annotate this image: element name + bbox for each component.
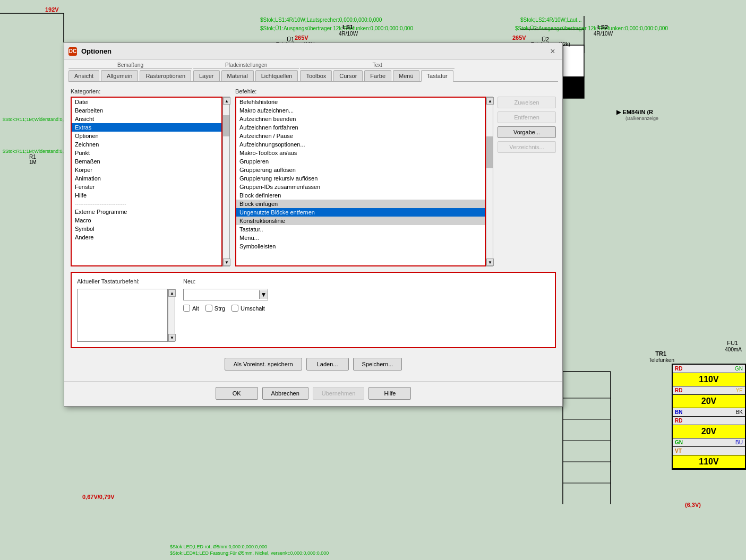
new-binding-input-row: ▼: [183, 289, 550, 300]
categories-listbox[interactable]: Datei Bearbeiten Ansicht Extras Optionen…: [71, 97, 222, 266]
tab-cursor[interactable]: Cursor: [333, 70, 363, 81]
hilfe-button[interactable]: Hilfe: [368, 387, 411, 400]
category-optionen[interactable]: Optionen: [72, 132, 221, 140]
cmd-menue[interactable]: Menü...: [236, 234, 485, 242]
cmd-scroll-down[interactable]: ▼: [486, 259, 494, 266]
current-binding-scrollbar[interactable]: ▲ ▼: [168, 289, 175, 342]
alt-label: Alt: [192, 305, 199, 312]
commands-label: Befehle:: [235, 88, 556, 94]
ls2-label: LS2: [597, 24, 608, 30]
speichern-button[interactable]: Speichern...: [353, 358, 402, 371]
cmd-gruppierung-rekursiv[interactable]: Gruppierung rekursiv auflösen: [236, 174, 485, 183]
category-macro[interactable]: Macro: [72, 216, 221, 225]
bemasssung-tabs: Ansicht Allgemein Rasteroptionen: [68, 69, 192, 81]
close-button[interactable]: ×: [547, 46, 558, 57]
alt-checkbox[interactable]: [183, 305, 190, 312]
tab-allgemein[interactable]: Allgemein: [101, 70, 138, 81]
commands-scrollbar[interactable]: ▲ ▼: [486, 97, 493, 266]
dropdown-arrow-icon[interactable]: ▼: [259, 290, 268, 299]
scrollbar-track: [223, 105, 229, 259]
scroll-up-arrow[interactable]: ▲: [223, 97, 230, 105]
new-binding-dropdown[interactable]: ▼: [183, 289, 268, 300]
tab-ansicht[interactable]: Ansicht: [68, 70, 99, 81]
umschalt-checkbox[interactable]: [231, 305, 238, 312]
category-symbol[interactable]: Symbol: [72, 225, 221, 233]
ok-button[interactable]: OK: [216, 387, 258, 400]
category-extras[interactable]: Extras: [72, 123, 221, 132]
alt-checkbox-label[interactable]: Alt: [183, 305, 199, 312]
cmd-block-definieren[interactable]: Block definieren: [236, 191, 485, 200]
category-hilfe[interactable]: Hilfe: [72, 191, 221, 200]
abbrechen-button[interactable]: Abbrechen: [262, 387, 308, 400]
voltage-63v-label: (6,3V): [685, 502, 701, 508]
cmd-befehlshistorie[interactable]: Befehlshistorie: [236, 98, 485, 106]
commands-listbox[interactable]: Befehlshistorie Makro aufzeichnen... Auf…: [235, 97, 486, 266]
new-binding-field[interactable]: [186, 291, 259, 298]
category-zeichnen[interactable]: Zeichnen: [72, 140, 221, 149]
laden-button[interactable]: Laden...: [306, 358, 349, 371]
cmd-scroll-up[interactable]: ▲: [486, 97, 494, 105]
umschalt-checkbox-label[interactable]: Umschalt: [231, 305, 265, 312]
tab-tastatur[interactable]: Tastatur: [421, 70, 453, 82]
dialog-content: Kategorien: Datei Bearbeiten Ansicht Ext…: [64, 82, 562, 381]
svg-rect-4: [563, 45, 584, 77]
cmd-block-einfuegen[interactable]: Block einfügen: [236, 200, 485, 208]
cmd-gruppierung-aufloesen[interactable]: Gruppierung auflösen: [236, 166, 485, 174]
cmd-aufzeichnen-fortfahren[interactable]: Aufzeichnen fortfahren: [236, 123, 485, 132]
category-animation[interactable]: Animation: [72, 174, 221, 183]
tab-lichtquellen[interactable]: Lichtquellen: [255, 70, 298, 81]
cmd-ungenutzte-bloecke[interactable]: Ungenutzte Blöcke entfernen: [236, 208, 485, 217]
cmd-symbolleisten[interactable]: Symbolleisten: [236, 242, 485, 251]
category-fenster[interactable]: Fenster: [72, 183, 221, 191]
cmd-aufzeichnungsoptionen[interactable]: Aufzeichnungsoptionen...: [236, 140, 485, 149]
cmd-gruppieren[interactable]: Gruppieren: [236, 157, 485, 166]
cmd-gruppen-ids[interactable]: Gruppen-IDs zusammenfassen: [236, 183, 485, 191]
category-bemassen[interactable]: Bemaßen: [72, 157, 221, 166]
binding-scroll-up[interactable]: ▲: [168, 289, 176, 297]
cmd-makro-toolbox[interactable]: Makro-Toolbox an/aus: [236, 149, 485, 157]
tab-farbe[interactable]: Farbe: [364, 70, 391, 81]
cmd-aufzeichnen-beenden[interactable]: Aufzeichnen beenden: [236, 115, 485, 123]
categories-scrollbar[interactable]: ▲ ▼: [222, 97, 230, 266]
binding-scroll-down[interactable]: ▼: [168, 334, 176, 341]
als-voreinst-button[interactable]: Als Voreinst. speichern: [225, 358, 302, 371]
category-punkt[interactable]: Punkt: [72, 149, 221, 157]
cmd-tastatur[interactable]: Tastatur..: [236, 225, 485, 234]
uebernehmen-button[interactable]: Übernehmen: [313, 387, 365, 400]
tab-rasteroptionen[interactable]: Rasteroptionen: [140, 70, 191, 81]
category-ansicht[interactable]: Ansicht: [72, 115, 221, 123]
u1-info: $Stok;Ü1:Ausgangsübertrager 12k;Telefunk…: [260, 25, 413, 31]
vorgabe-button[interactable]: Vorgabe...: [498, 126, 556, 138]
scroll-down-arrow[interactable]: ▼: [223, 259, 230, 266]
category-bearbeiten[interactable]: Bearbeiten: [72, 106, 221, 115]
strg-label: Strg: [215, 305, 225, 312]
bemasssung-label: Bemaßung: [68, 62, 192, 69]
entfernen-button[interactable]: Entfernen: [498, 111, 556, 123]
category-datei[interactable]: Datei: [72, 98, 221, 106]
zuweisen-button[interactable]: Zuweisen: [498, 97, 556, 108]
strg-checkbox-label[interactable]: Strg: [205, 305, 225, 312]
tab-toolbox[interactable]: Toolbox: [300, 70, 332, 81]
ls2-rating: 4R/10W: [594, 31, 613, 37]
category-andere[interactable]: Andere: [72, 233, 221, 242]
text-label: Text: [300, 62, 454, 69]
current-binding-listbox[interactable]: [77, 289, 168, 342]
voltage-265b-label: 265V: [512, 35, 526, 41]
voltage-20v-b: 20V: [701, 427, 716, 436]
tab-material[interactable]: Material: [221, 70, 254, 81]
action-buttons: Zuweisen Entfernen Vorgabe... Verzeichni…: [498, 97, 556, 266]
verzeichnis-button[interactable]: Verzeichnis...: [498, 141, 556, 153]
tr1-sub: Telefunken: [649, 357, 674, 363]
cmd-aufzeichnen-pause[interactable]: Aufzeichnen / Pause: [236, 132, 485, 140]
cmd-makro-aufzeichnen[interactable]: Makro aufzeichnen...: [236, 106, 485, 115]
voltage-110v-a: 110V: [699, 375, 718, 384]
svg-rect-5: [563, 77, 584, 98]
tab-layer[interactable]: Layer: [193, 70, 220, 81]
strg-checkbox[interactable]: [205, 305, 212, 312]
category-externe[interactable]: Externe Programme: [72, 208, 221, 216]
category-koerper[interactable]: Körper: [72, 166, 221, 174]
tab-menue[interactable]: Menü: [393, 70, 419, 81]
cmd-konstruktionslinie[interactable]: Konstruktionslinie: [236, 217, 485, 225]
dialog-titlebar: DC Optionen ×: [64, 43, 562, 60]
fu1-sub: 400mA: [725, 347, 742, 352]
